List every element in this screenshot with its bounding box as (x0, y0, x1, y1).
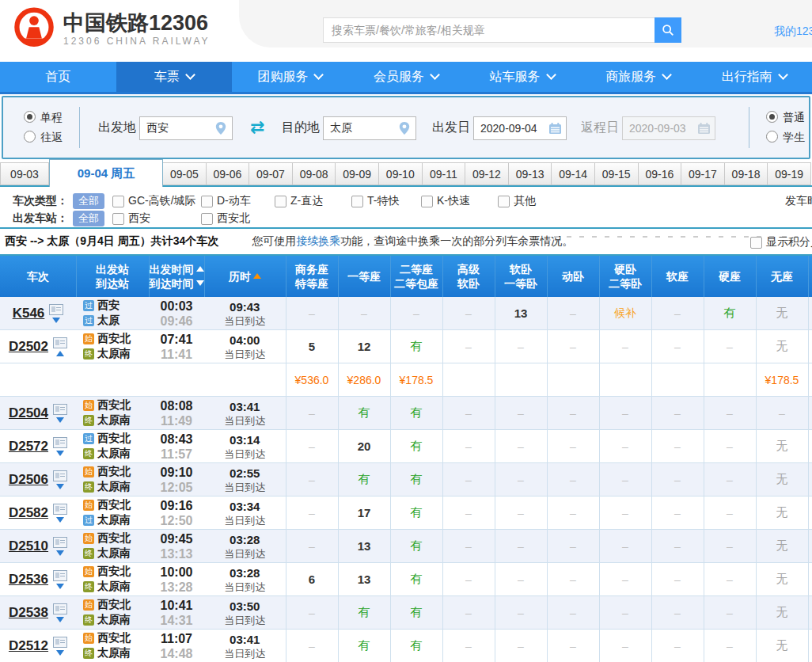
normal-radio[interactable] (766, 111, 778, 123)
checkbox-icon[interactable] (112, 213, 124, 225)
train-number-link[interactable]: D2502 (9, 339, 48, 355)
collapse-triangle-icon[interactable] (56, 351, 64, 356)
train-number-link[interactable]: D2572 (9, 439, 48, 455)
expand-triangle-icon[interactable] (56, 417, 64, 423)
train-number-link[interactable]: D2504 (9, 405, 48, 421)
to-input[interactable] (324, 122, 398, 135)
expand-triangle-icon[interactable] (56, 517, 64, 523)
date-tab[interactable]: 09-09 (336, 162, 379, 185)
search-input[interactable] (323, 17, 655, 43)
train-info-card-icon[interactable] (53, 570, 67, 581)
transfer-link[interactable]: 接续换乘 (296, 234, 340, 247)
normal-option[interactable]: 普通 (766, 108, 805, 127)
seat-cell-clipped (808, 330, 812, 363)
date-tab[interactable]: 09-03 (0, 162, 49, 185)
nav-item[interactable]: 会员服务 (348, 62, 465, 92)
expand-triangle-icon[interactable] (56, 617, 64, 622)
one-way-radio[interactable] (24, 111, 36, 123)
train-info-card-icon[interactable] (53, 437, 67, 448)
train-info-card-icon[interactable] (49, 304, 63, 315)
date-tab[interactable]: 09-10 (379, 162, 423, 185)
swap-stations-icon[interactable]: ⇄ (250, 118, 264, 137)
checkbox-icon[interactable] (498, 196, 510, 207)
from-input[interactable] (140, 122, 214, 135)
sort-desc-icon[interactable] (196, 280, 204, 286)
checkbox-icon[interactable] (421, 196, 433, 207)
round-trip-radio[interactable] (24, 131, 36, 143)
checkbox-icon[interactable] (201, 213, 213, 225)
date-tab[interactable]: 09-19 (768, 162, 811, 185)
date-tab[interactable]: 09-06 (207, 162, 250, 185)
train-number-link[interactable]: D2538 (9, 605, 48, 621)
train-number-link[interactable]: D2536 (9, 572, 48, 588)
sort-asc-icon[interactable] (196, 266, 204, 272)
one-way-option[interactable]: 单程 (24, 108, 63, 127)
train-info-card-icon[interactable] (53, 337, 67, 348)
student-radio[interactable] (766, 131, 778, 143)
date-tab[interactable]: 09-15 (595, 162, 639, 185)
date-tab[interactable]: 09-14 (552, 162, 595, 185)
train-number-link[interactable]: D2510 (9, 538, 48, 554)
round-trip-option[interactable]: 往返 (24, 127, 63, 147)
location-pin-icon[interactable] (214, 121, 227, 135)
expand-triangle-icon[interactable] (56, 550, 64, 556)
checkbox-icon[interactable] (351, 196, 363, 207)
date-tab[interactable]: 09-04 周五 (49, 159, 163, 187)
depart-date-input[interactable] (474, 122, 548, 135)
depart-station-checkbox[interactable]: 西安 (112, 211, 201, 226)
expand-triangle-icon[interactable] (52, 318, 60, 323)
date-tab[interactable]: 09-13 (509, 162, 552, 185)
nav-item[interactable]: 车票 (116, 62, 233, 92)
checkbox-icon[interactable] (112, 196, 124, 207)
date-tab[interactable]: 09-07 (249, 162, 293, 185)
search-button[interactable] (655, 17, 681, 43)
expand-triangle-icon[interactable] (56, 484, 64, 489)
train-type-checkbox[interactable]: T-特快 (351, 194, 421, 208)
depart-station-all-badge[interactable]: 全部 (73, 211, 104, 226)
train-info-card-icon[interactable] (53, 637, 67, 648)
nav-item[interactable]: 站车服务 (464, 62, 580, 92)
train-info-card-icon[interactable] (53, 537, 67, 548)
location-pin-icon[interactable] (398, 121, 411, 135)
train-type-checkbox[interactable]: GC-高铁/城际 (112, 194, 201, 208)
points-checkbox[interactable] (750, 237, 762, 249)
date-tab[interactable]: 09-11 (423, 162, 466, 185)
nav-item[interactable]: 团购服务 (232, 62, 348, 92)
date-tab[interactable]: 09-08 (293, 162, 336, 185)
site-logo[interactable]: 中国铁路12306 12306 CHINA RAILWAY (13, 7, 211, 50)
date-tab[interactable]: 09-05 (163, 162, 207, 185)
date-tab[interactable]: 09-12 (465, 162, 509, 185)
points-option[interactable]: 显示积分兑换 (750, 235, 812, 249)
train-number-link[interactable]: D2506 (9, 472, 48, 488)
train-info-card-icon[interactable] (53, 404, 67, 415)
train-type-all-badge[interactable]: 全部 (73, 193, 104, 209)
checkbox-icon[interactable] (275, 196, 286, 207)
calendar-icon[interactable] (548, 122, 562, 135)
train-type-checkbox[interactable]: D-动车 (201, 194, 275, 208)
nav-item[interactable]: 首页 (0, 62, 116, 92)
train-type-checkbox[interactable]: 其他 (498, 194, 545, 208)
date-tab[interactable]: 09-16 (639, 162, 682, 185)
train-info-card-icon[interactable] (53, 603, 67, 614)
nav-item[interactable]: 出行指南 (696, 62, 812, 92)
train-number-link[interactable]: K546 (13, 306, 45, 321)
checkbox-icon[interactable] (201, 196, 213, 207)
date-tab[interactable]: 09-18 (725, 162, 768, 185)
sort-asc-icon[interactable] (253, 273, 261, 279)
train-type-checkbox[interactable]: K-快速 (421, 194, 498, 208)
column-header[interactable]: 出发时间到达时间 (149, 255, 204, 297)
train-info-card-icon[interactable] (53, 470, 67, 481)
train-type-checkbox[interactable]: Z-直达 (275, 194, 351, 208)
expand-triangle-icon[interactable] (56, 451, 64, 456)
depart-station-checkbox[interactable]: 西安北 (201, 211, 280, 226)
train-number-link[interactable]: D2512 (9, 638, 48, 654)
nav-item[interactable]: 商旅服务 (580, 62, 696, 92)
expand-triangle-icon[interactable] (56, 584, 64, 589)
expand-triangle-icon[interactable] (56, 650, 64, 656)
train-number-link[interactable]: D2582 (9, 505, 48, 521)
my-12306-link[interactable]: 我的12306 (774, 25, 812, 39)
date-tab[interactable]: 09-17 (681, 162, 725, 185)
train-info-card-icon[interactable] (53, 504, 67, 515)
student-option[interactable]: 学生 (766, 127, 805, 147)
column-header[interactable]: 历时 (204, 255, 286, 297)
